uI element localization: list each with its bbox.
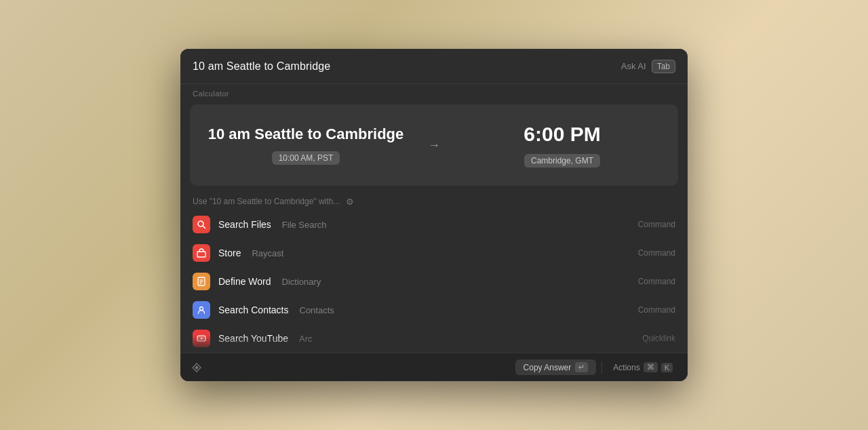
- define-word-icon: [193, 273, 210, 290]
- result-item-search-contacts[interactable]: Search Contacts Contacts Command: [180, 296, 688, 324]
- result-item-define-word[interactable]: Define Word Dictionary Command: [180, 267, 688, 296]
- use-with-header: Use "10 am Seattle to Cambridge" with...…: [180, 191, 688, 210]
- result-list: Search Files File Search Command Store R…: [180, 210, 688, 353]
- raycast-icon: [190, 361, 203, 374]
- footer: Copy Answer ↵ Actions ⌘ K: [180, 353, 688, 381]
- search-youtube-icon: [193, 330, 210, 347]
- search-files-shortcut: Command: [638, 220, 675, 229]
- svg-line-1: [203, 227, 205, 229]
- arrow-right-icon: →: [428, 138, 440, 153]
- result-item-search-files[interactable]: Search Files File Search Command: [180, 210, 688, 239]
- calc-result-text: 6:00 PM: [524, 123, 600, 146]
- footer-divider: [601, 361, 602, 374]
- define-word-name: Define Word: [218, 276, 271, 287]
- section-label: Calculator: [180, 84, 688, 102]
- main-window: 10 am Seattle to Cambridge Ask AI Tab Ca…: [180, 49, 688, 381]
- tab-badge[interactable]: Tab: [652, 60, 675, 73]
- svg-point-0: [198, 221, 203, 227]
- actions-button[interactable]: Actions ⌘ K: [608, 359, 678, 375]
- result-item-search-youtube[interactable]: Search YouTube Arc Quicklink: [180, 324, 688, 353]
- search-contacts-shortcut: Command: [638, 305, 675, 315]
- search-contacts-subtitle: Contacts: [300, 305, 334, 315]
- search-contacts-name: Search Contacts: [218, 305, 289, 315]
- calc-arrow: →: [422, 104, 446, 186]
- calc-result-badge: Cambridge, GMT: [524, 154, 600, 168]
- calculator-card: 10 am Seattle to Cambridge 10:00 AM, PST…: [190, 104, 678, 186]
- header: 10 am Seattle to Cambridge Ask AI Tab: [180, 49, 688, 84]
- calc-inner: 10 am Seattle to Cambridge 10:00 AM, PST…: [190, 104, 678, 186]
- search-query: 10 am Seattle to Cambridge: [193, 60, 330, 73]
- store-subtitle: Raycast: [252, 248, 283, 258]
- ask-ai-label: Ask AI: [621, 61, 646, 71]
- footer-left: [190, 361, 203, 374]
- define-word-subtitle: Dictionary: [282, 277, 321, 287]
- search-files-subtitle: File Search: [282, 220, 327, 230]
- store-icon: [193, 244, 210, 262]
- k-badge: K: [661, 363, 673, 372]
- search-files-name: Search Files: [218, 219, 271, 230]
- copy-answer-label: Copy Answer: [524, 363, 572, 372]
- use-with-text: Use "10 am Seattle to Cambridge" with...: [193, 197, 340, 206]
- store-shortcut: Command: [638, 248, 675, 258]
- header-right: Ask AI Tab: [621, 60, 675, 73]
- cmd-badge: ⌘: [644, 362, 658, 372]
- search-youtube-shortcut: Quicklink: [642, 334, 675, 343]
- calc-query-text: 10 am Seattle to Cambridge: [208, 125, 404, 143]
- calc-right: 6:00 PM Cambridge, GMT: [446, 104, 678, 186]
- enter-badge: ↵: [575, 362, 588, 372]
- copy-answer-button[interactable]: Copy Answer ↵: [515, 359, 597, 375]
- search-contacts-icon: [193, 301, 210, 319]
- store-name: Store: [218, 248, 241, 258]
- calc-input-badge: 10:00 AM, PST: [272, 151, 340, 165]
- define-word-shortcut: Command: [638, 277, 675, 286]
- search-youtube-subtitle: Arc: [299, 334, 313, 344]
- gear-button[interactable]: ⚙: [344, 195, 356, 208]
- actions-label: Actions: [613, 363, 639, 372]
- search-files-icon: [193, 216, 210, 233]
- svg-point-7: [200, 307, 203, 311]
- search-youtube-name: Search YouTube: [218, 333, 288, 344]
- result-item-store[interactable]: Store Raycast Command: [180, 239, 688, 267]
- svg-rect-2: [197, 252, 205, 257]
- calc-left: 10 am Seattle to Cambridge 10:00 AM, PST: [190, 104, 422, 186]
